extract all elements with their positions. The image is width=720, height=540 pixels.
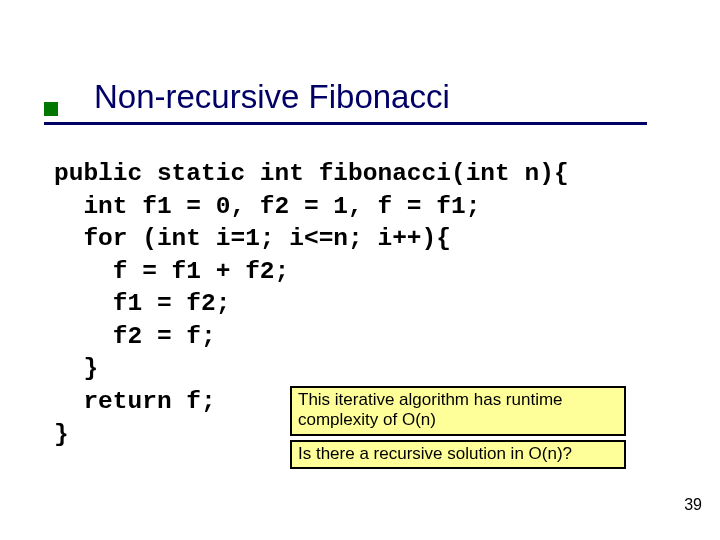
- title-underline: [44, 122, 647, 125]
- note-question: Is there a recursive solution in O(n)?: [290, 440, 626, 469]
- slide: Non-recursive Fibonacci public static in…: [0, 0, 720, 540]
- page-number: 39: [684, 496, 702, 514]
- title-bullet-icon: [44, 102, 58, 116]
- note-runtime: This iterative algorithm has runtime com…: [290, 386, 626, 436]
- slide-title: Non-recursive Fibonacci: [94, 78, 450, 116]
